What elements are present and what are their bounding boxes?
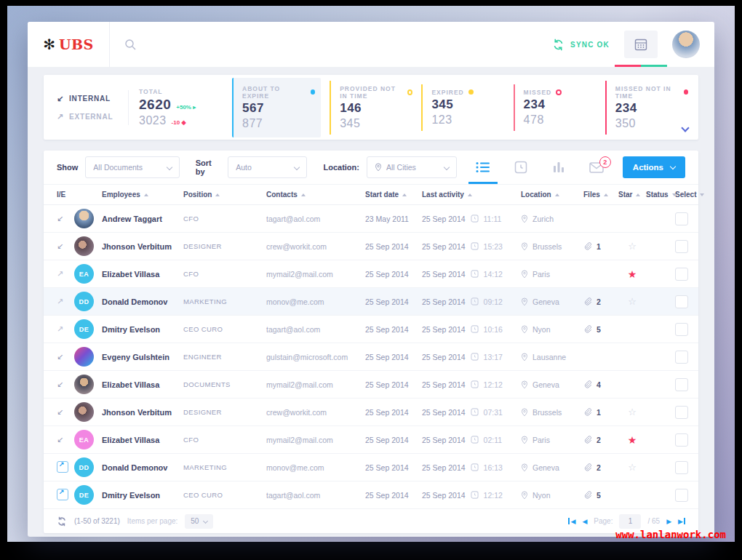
table-row[interactable]: ↙ ↗ EA Elizabet Villasa CFO mymail2@mail… [44, 260, 698, 288]
employee-name[interactable]: Elizabet Villasa [102, 270, 159, 279]
employee-avatar[interactable] [74, 375, 94, 394]
search-button[interactable] [124, 39, 137, 51]
employee-avatar[interactable]: DD [74, 457, 94, 477]
star-icon[interactable]: ☆ [618, 462, 646, 473]
stat-card-about-to-expire[interactable]: ABOUT TO EXPIRE 567 877 [232, 78, 321, 137]
column-header-last-activity[interactable]: Last activity [422, 191, 521, 199]
column-header-position[interactable]: Position [183, 191, 266, 199]
sync-status[interactable]: SYNC OK [552, 39, 610, 51]
chart-view-tab[interactable] [540, 151, 578, 184]
files-cell[interactable]: 2 [583, 463, 618, 472]
files-cell[interactable]: 2 [583, 435, 618, 444]
row-checkbox[interactable] [675, 461, 688, 474]
employee-avatar[interactable] [74, 347, 94, 367]
files-cell[interactable]: 1 [583, 241, 618, 251]
employee-avatar[interactable]: EA [74, 264, 94, 284]
list-view-tab[interactable] [464, 151, 502, 184]
employee-avatar[interactable]: DD [74, 292, 94, 311]
employee-name[interactable]: Andrew Taggart [102, 215, 162, 223]
last-page-button[interactable]: ▶ [678, 518, 685, 525]
employee-avatar[interactable]: DE [74, 319, 94, 339]
external-filter[interactable]: ↗ EXTERNAL [57, 112, 127, 121]
employee-name[interactable]: Jhonson Verbitum [102, 242, 172, 251]
employee-name[interactable]: Donald Demonov [102, 297, 167, 306]
refresh-icon[interactable] [57, 516, 67, 527]
row-checkbox[interactable] [675, 268, 688, 281]
row-checkbox[interactable] [675, 240, 688, 253]
table-row[interactable]: ↙ ↗ Andrew Taggart CFO tagart@aol.com 23… [44, 205, 698, 233]
contact-email[interactable]: mymail2@mail.com [266, 436, 365, 444]
actions-button[interactable]: Actions [623, 156, 685, 178]
column-header-location[interactable]: Location [521, 191, 583, 199]
documents-filter-select[interactable]: All Documents [85, 156, 179, 178]
contact-email[interactable]: monov@me.com [266, 297, 365, 306]
column-header-contacts[interactable]: Contacts [266, 191, 365, 199]
employee-name[interactable]: Elizabet Villasa [102, 380, 159, 389]
row-checkbox[interactable] [675, 212, 688, 225]
employee-avatar[interactable]: EA [74, 430, 94, 449]
employee-avatar[interactable]: DE [74, 485, 94, 505]
stat-card-expired[interactable]: EXPIRED 345 123 [421, 84, 504, 131]
contact-email[interactable]: mymail2@mail.com [266, 270, 365, 279]
user-avatar[interactable] [672, 31, 700, 58]
row-checkbox[interactable] [675, 323, 688, 336]
table-row[interactable]: ↙ ↗ Jhonson Verbitum DESIGNER crew@worki… [44, 233, 698, 260]
star-icon[interactable]: ★ [618, 434, 646, 446]
employee-name[interactable]: Jhonson Verbitum [102, 408, 172, 417]
row-checkbox[interactable] [675, 433, 688, 447]
stat-card-provided-not-in-time[interactable]: PROVIDED NOT IN TIME 146 345 [330, 81, 412, 135]
employee-name[interactable]: Donald Demonov [102, 463, 167, 472]
contact-email[interactable]: tagart@aol.com [266, 325, 365, 334]
column-header-select[interactable]: Select [675, 191, 704, 199]
contact-email[interactable]: gulstain@microsoft.com [266, 353, 365, 361]
table-row[interactable]: ↙ ↗ DE Dmitry Evelson CEO CURO tagart@ao… [44, 481, 698, 509]
stat-card-missed-not-in-time[interactable]: MISSED NOT IN TIME 234 350 [605, 81, 688, 135]
employee-avatar[interactable] [74, 402, 94, 422]
first-page-button[interactable]: ◀ [568, 518, 575, 525]
row-checkbox[interactable] [675, 351, 688, 364]
contact-email[interactable]: tagart@aol.com [266, 215, 365, 223]
stat-card-missed[interactable]: MISSED 234 478 [514, 84, 597, 131]
row-checkbox[interactable] [675, 489, 688, 502]
star-icon[interactable]: ☆ [618, 407, 646, 417]
files-cell[interactable]: 4 [583, 380, 618, 389]
schedule-view-tab[interactable] [502, 151, 540, 184]
files-cell[interactable]: 5 [583, 490, 618, 500]
column-header-status[interactable]: Status [646, 191, 675, 199]
files-cell[interactable]: 1 [583, 407, 618, 417]
calendar-button[interactable] [624, 31, 658, 58]
files-cell[interactable]: 2 [583, 297, 618, 306]
location-select[interactable]: All Cities [367, 156, 457, 178]
stats-collapse-button[interactable] [682, 121, 688, 134]
employee-avatar[interactable] [74, 236, 94, 256]
next-page-button[interactable]: ▶ [666, 518, 671, 525]
star-icon[interactable]: ★ [618, 268, 646, 280]
column-header-i-e[interactable]: I/E [57, 191, 74, 199]
employee-name[interactable]: Dmitry Evelson [102, 491, 160, 500]
star-icon[interactable]: ☆ [618, 296, 646, 307]
internal-filter[interactable]: ↙ INTERNAL [57, 94, 127, 103]
table-row[interactable]: ↙ ↗ Jhonson Verbitum DESIGNER crew@worki… [44, 399, 698, 426]
row-checkbox[interactable] [675, 378, 688, 391]
contact-email[interactable]: crew@workit.com [266, 408, 365, 417]
employee-avatar[interactable] [74, 209, 94, 228]
employee-name[interactable]: Evgeny Gulshtein [102, 353, 169, 361]
contact-email[interactable]: crew@workit.com [266, 242, 365, 251]
column-header-star[interactable]: Star [618, 191, 646, 199]
table-row[interactable]: ↙ ↗ EA Elizabet Villasa CFO mymail2@mail… [44, 426, 698, 454]
column-header-files[interactable]: Files [583, 191, 618, 199]
column-header-employees[interactable]: Employees [74, 191, 183, 199]
items-per-page-select[interactable]: 50 [185, 514, 213, 529]
table-row[interactable]: ↙ ↗ DE Dmitry Evelson CEO CURO tagart@ao… [44, 316, 698, 343]
row-checkbox[interactable] [675, 406, 688, 419]
table-row[interactable]: ↙ ↗ DD Donald Demonov MARKETING monov@me… [44, 454, 698, 481]
star-icon[interactable]: ☆ [618, 241, 646, 252]
employee-name[interactable]: Dmitry Evelson [102, 325, 160, 334]
mail-tab[interactable]: 2 [578, 151, 615, 184]
contact-email[interactable]: tagart@aol.com [266, 491, 365, 500]
sort-select[interactable]: Auto [228, 156, 307, 178]
contact-email[interactable]: mymail2@mail.com [266, 380, 365, 389]
prev-page-button[interactable]: ◀ [582, 518, 587, 525]
table-row[interactable]: ↙ ↗ Evgeny Gulshtein ENGINEER gulstain@m… [44, 343, 698, 371]
page-input[interactable]: 1 [619, 514, 641, 529]
